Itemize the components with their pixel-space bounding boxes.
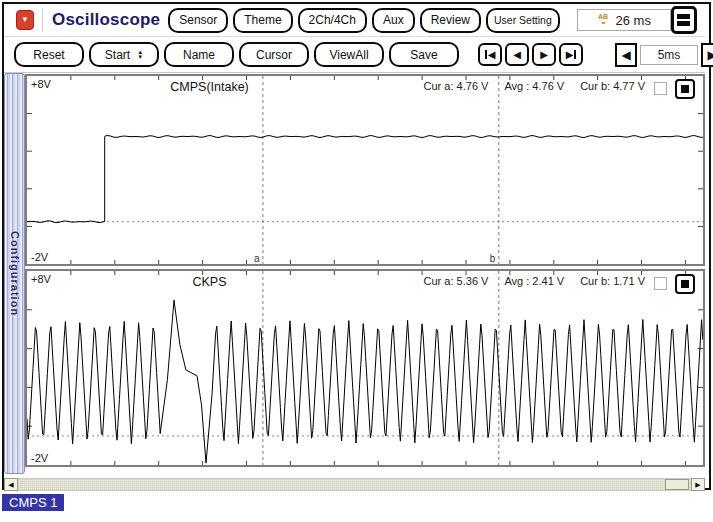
scope-channel-2-panel: +8V -2V CKPS Cur a: 5.36 V Avg : 2.41 V …	[25, 269, 705, 467]
channel-mode-button[interactable]: 2Ch/4Ch	[298, 8, 367, 33]
playback-group: ◀ ◀ ▶ ▶	[478, 43, 583, 66]
channel-title: CKPS	[192, 275, 226, 289]
horizontal-scrollbar: ◀ ▶	[4, 478, 705, 491]
dropdown-arrow-icon: ▼	[21, 16, 29, 24]
sensor-button[interactable]: Sensor	[168, 8, 228, 33]
svg-text:b: b	[490, 253, 496, 264]
scope-channel-1-panel: ab +8V -2V CMPS(Intake) Cur a: 4.76 V Av…	[25, 74, 705, 266]
configuration-tab[interactable]: Configuration	[4, 73, 25, 474]
scroll-left-button[interactable]: ◀	[4, 478, 18, 491]
scroll-right-button[interactable]: ▶	[691, 478, 705, 491]
divider	[42, 8, 43, 32]
cursor-b-readout: Cur b: 1.71 V	[580, 275, 645, 287]
app-menu-icon[interactable]	[671, 6, 697, 34]
svg-text:a: a	[254, 253, 260, 264]
timebase-prev-button[interactable]: ◀	[615, 43, 637, 67]
timebase-next-button[interactable]: ▶	[701, 43, 713, 67]
solid-square-icon	[681, 85, 689, 93]
oscilloscope-window: ▼ Oscilloscope Sensor Theme 2Ch/4Ch Aux …	[2, 2, 711, 490]
cursor-b-readout: Cur b: 4.77 V	[580, 80, 645, 92]
scrollbar-track[interactable]	[18, 478, 691, 491]
title-toolbar: ▼ Oscilloscope Sensor Theme 2Ch/4Ch Aux …	[4, 4, 705, 37]
step-forward-button[interactable]: ▶	[532, 43, 556, 66]
status-tab-label: CMPS 1	[9, 495, 57, 510]
page-title: Oscilloscope	[52, 10, 160, 30]
cursor-a-readout: Cur a: 5.36 V	[424, 275, 489, 287]
name-button[interactable]: Name	[164, 42, 234, 67]
scrollbar-thumb[interactable]	[665, 479, 689, 490]
step-back-button[interactable]: ◀	[505, 43, 529, 66]
configuration-tab-label: Configuration	[9, 231, 21, 316]
avg-readout: Avg : 2.41 V	[504, 275, 564, 287]
timebase-group: ◀ 5ms ▶	[615, 43, 713, 67]
channel-checkbox[interactable]	[654, 277, 667, 290]
review-button[interactable]: Review	[420, 8, 481, 33]
waveform-plot-cmps: ab	[27, 76, 703, 264]
waveform-plot-ckps	[27, 271, 703, 465]
app-dropdown-button[interactable]: ▼	[16, 10, 34, 30]
y-max-label: +8V	[31, 78, 51, 90]
channel-display-button[interactable]	[675, 274, 695, 294]
channel-title: CMPS(Intake)	[170, 80, 249, 94]
cursor-button[interactable]: Cursor	[239, 42, 309, 67]
elapsed-time-display: AB ▪▪ 26 ms	[577, 9, 671, 31]
measurement-readouts: Cur a: 4.76 V Avg : 4.76 V Cur b: 4.77 V	[424, 80, 645, 92]
measurement-readouts: Cur a: 5.36 V Avg : 2.41 V Cur b: 1.71 V	[424, 275, 645, 287]
aux-button[interactable]: Aux	[372, 8, 415, 33]
save-button[interactable]: Save	[389, 42, 459, 67]
status-tab[interactable]: CMPS 1	[2, 494, 64, 511]
jump-end-button[interactable]: ▶	[559, 43, 583, 66]
start-button[interactable]: Start ▲▼	[89, 42, 159, 67]
theme-button[interactable]: Theme	[233, 8, 292, 33]
solid-square-icon	[681, 280, 689, 288]
start-spinner-icon: ▲▼	[137, 50, 143, 60]
reset-button[interactable]: Reset	[14, 42, 84, 67]
control-toolbar: Reset Start ▲▼ Name Cursor ViewAll Save …	[4, 37, 705, 73]
y-min-label: -2V	[31, 452, 48, 464]
jump-start-button[interactable]: ◀	[478, 43, 502, 66]
channel-checkbox[interactable]	[654, 82, 667, 95]
viewall-button[interactable]: ViewAll	[314, 42, 384, 67]
timebase-value[interactable]: 5ms	[640, 45, 698, 65]
screen: ▼ Oscilloscope Sensor Theme 2Ch/4Ch Aux …	[0, 0, 713, 522]
y-min-label: -2V	[31, 251, 48, 263]
avg-readout: Avg : 4.76 V	[504, 80, 564, 92]
elapsed-time-value: 26 ms	[615, 13, 650, 28]
ab-time-icon: AB ▪▪	[596, 14, 609, 26]
cursor-a-readout: Cur a: 4.76 V	[424, 80, 489, 92]
user-setting-button[interactable]: User Setting	[486, 8, 560, 33]
y-max-label: +8V	[31, 273, 51, 285]
channel-display-button[interactable]	[675, 79, 695, 99]
